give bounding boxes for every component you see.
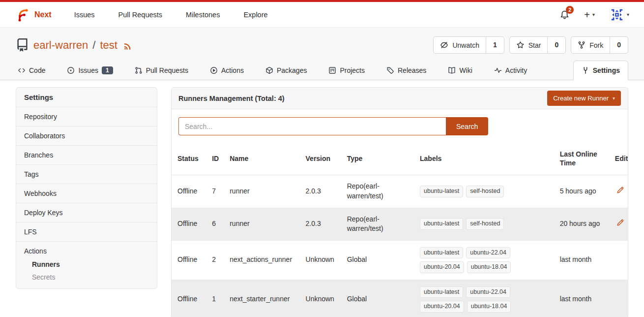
sidebar-item-secrets[interactable]: Secrets [16,271,157,284]
label-pill: ubuntu-22.04 [466,286,510,298]
star-button[interactable]: Star [510,37,548,53]
panel-title: Runners Management (Total: 4) [178,95,285,102]
pulse-icon [494,66,502,74]
label-pill: ubuntu-18.04 [467,261,511,273]
tab-issues[interactable]: Issues 1 [65,61,115,80]
forks-count[interactable]: 0 [610,37,628,53]
label-pill: ubuntu-latest [420,247,463,259]
sidebar-item-branches[interactable]: Branches [16,145,157,164]
runner-type: Repo(earl-warren/test) [347,215,404,234]
sidebar-item-deploy-keys[interactable]: Deploy Keys [16,203,157,222]
watchers-count[interactable]: 1 [486,37,504,53]
nav-link-pull-requests[interactable]: Pull Requests [118,11,162,19]
table-row: Offline 7 runner 2.0.3 Repo(earl-warren/… [172,175,628,208]
sidebar-header-settings: Settings [16,88,157,107]
tab-releases[interactable]: Releases [384,61,428,80]
runner-labels: ubuntu-latest ubuntu-22.04 ubuntu-20.04 … [420,247,518,273]
runner-labels: ubuntu-latest self-hosted [420,186,518,197]
tab-packages[interactable]: Packages [263,61,309,80]
col-labels: Labels [414,142,554,175]
star-icon [516,41,525,49]
runner-version: Unknown [300,280,341,317]
table-row: Offline 6 runner 2.0.3 Repo(earl-warren/… [172,208,628,240]
fork-button[interactable]: Fork [571,37,610,53]
runner-labels: ubuntu-latest ubuntu-22.04 ubuntu-20.04 … [420,286,518,313]
runner-id: 6 [206,208,224,240]
runners-panel: Runners Management (Total: 4) Create new… [171,87,628,317]
chevron-down-icon: ▾ [592,12,595,17]
settings-sidebar: Settings Repository Collaborators Branch… [16,87,157,289]
create-runner-button[interactable]: Create new Runner ▾ [547,91,621,106]
navbar-right: 2 + ▾ ▾ [560,7,629,22]
repo-owner-link[interactable]: earl-warren [33,39,88,52]
runner-last-online: 5 hours ago [554,175,609,208]
edit-runner-button[interactable] [616,219,624,227]
edit-runner-button[interactable] [616,186,624,194]
repo-title: earl-warren / test [16,38,133,52]
nav-link-explore[interactable]: Explore [243,11,267,19]
col-edit: Edit [609,142,628,175]
notification-count-badge: 2 [566,6,574,14]
user-menu[interactable]: ▾ [610,7,629,22]
nav-link-issues[interactable]: Issues [74,11,95,19]
avatar [610,7,624,22]
pull-request-icon [135,66,143,74]
repo-action-buttons: Unwatch 1 Star 0 [433,36,628,54]
col-name: Name [224,142,299,175]
panel-header: Runners Management (Total: 4) Create new… [172,88,628,109]
label-pill: self-hosted [466,218,504,230]
tab-projects[interactable]: Projects [326,61,367,80]
home-brand-link[interactable]: Next [15,7,52,22]
rss-feed-icon[interactable] [123,41,133,51]
runner-status: Offline [172,240,206,280]
sidebar-item-runners[interactable]: Runners [16,258,157,271]
label-pill: ubuntu-latest [420,186,463,197]
wrench-icon [582,66,589,74]
sidebar-item-actions[interactable]: Actions [16,247,157,258]
star-label: Star [528,41,541,49]
sidebar-item-tags[interactable]: Tags [16,164,157,184]
fork-icon [578,41,585,49]
stars-count[interactable]: 0 [547,37,565,53]
create-new-menu[interactable]: + ▾ [584,10,595,20]
nav-link-milestones[interactable]: Milestones [186,11,220,19]
search-input[interactable] [178,117,446,135]
search-button[interactable]: Search [446,117,488,135]
label-pill: ubuntu-20.04 [420,301,464,313]
sidebar-item-collaborators[interactable]: Collaborators [16,126,157,145]
repo-name-link[interactable]: test [100,39,117,52]
search-row: Search [172,109,628,142]
runner-status: Offline [172,280,206,317]
sidebar-item-repository[interactable]: Repository [16,107,157,126]
sidebar-item-webhooks[interactable]: Webhooks [16,184,157,203]
code-icon [18,66,26,74]
runner-version: Unknown [300,240,341,280]
page-content: Settings Repository Collaborators Branch… [0,80,644,317]
runner-labels: ubuntu-latest self-hosted [420,218,518,230]
label-pill: ubuntu-18.04 [467,301,511,313]
runner-type: Repo(earl-warren/test) [347,182,404,201]
issue-icon [67,66,75,74]
watch-button-group: Unwatch 1 [433,36,504,54]
tab-pull-requests[interactable]: Pull Requests [133,61,190,80]
repo-book-icon [16,38,29,52]
runner-last-online: last month [554,280,609,317]
tab-wiki[interactable]: Wiki [446,61,474,80]
notifications-button[interactable]: 2 [560,10,569,20]
package-icon [265,66,273,74]
play-circle-icon [210,66,218,74]
chevron-down-icon: ▾ [627,12,629,17]
tab-actions[interactable]: Actions [208,61,246,80]
sidebar-section-actions: Actions Runners Secrets [16,241,157,288]
table-row: Offline 2 next_actions_runner Unknown Gl… [172,240,628,280]
runners-table: Status ID Name Version Type Labels Last … [172,142,628,317]
unwatch-button[interactable]: Unwatch [434,37,485,53]
fork-label: Fork [589,41,603,49]
runner-name: next_starter_runner [224,280,299,317]
label-pill: ubuntu-latest [420,286,463,298]
sidebar-item-lfs[interactable]: LFS [16,222,157,241]
tab-activity[interactable]: Activity [492,61,529,80]
tab-code[interactable]: Code [16,61,47,80]
tab-settings[interactable]: Settings [573,61,628,80]
runner-id: 2 [206,240,224,280]
